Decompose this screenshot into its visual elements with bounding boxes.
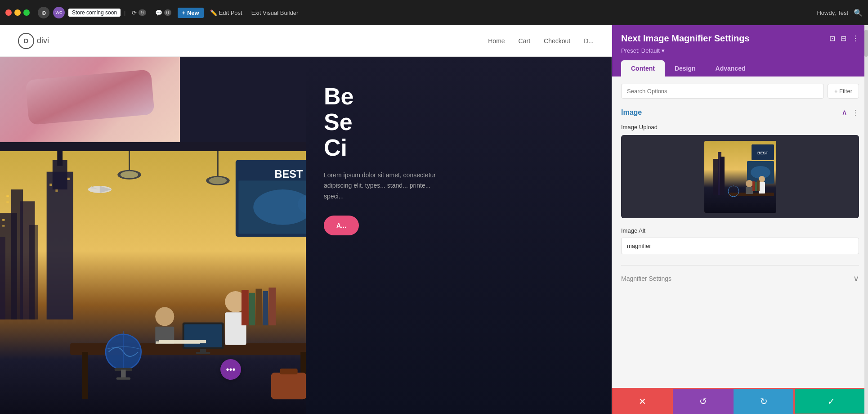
- heading-line3: Ci: [324, 135, 347, 161]
- image-upload-label: Image Upload: [621, 124, 859, 130]
- howdy-label: Howdy, Test: [817, 9, 848, 16]
- main-area: D divi Home Cart Checkout D...: [0, 25, 868, 414]
- section-more-icon[interactable]: ⋮: [852, 108, 859, 117]
- redo-icon: ↻: [760, 396, 768, 407]
- svg-rect-51: [280, 369, 297, 374]
- exit-builder-item[interactable]: Exit Visual Builder: [249, 8, 301, 18]
- svg-text:BEST: BEST: [757, 151, 768, 155]
- nav-more[interactable]: D...: [584, 37, 594, 45]
- nav-checkout[interactable]: Checkout: [544, 37, 570, 45]
- nav-cart[interactable]: Cart: [519, 37, 530, 45]
- window-maximize-button[interactable]: [23, 9, 30, 16]
- svg-rect-77: [752, 181, 755, 191]
- svg-rect-49: [268, 288, 276, 325]
- svg-rect-50: [271, 373, 306, 399]
- image-alt-input[interactable]: [621, 238, 859, 254]
- magnifier-chevron-icon: ∨: [853, 274, 859, 284]
- window-close-button[interactable]: [5, 9, 12, 16]
- woocommerce-logo[interactable]: WC: [53, 7, 65, 18]
- split-icon[interactable]: ⊟: [841, 34, 846, 43]
- svg-point-73: [746, 180, 753, 187]
- site-content: BEST: [0, 57, 612, 414]
- preset-selector[interactable]: Preset: Default ▾: [621, 47, 859, 54]
- svg-rect-15: [67, 178, 70, 180]
- svg-rect-46: [249, 293, 255, 325]
- cta-button[interactable]: A...: [324, 216, 359, 235]
- section-controls: ∧ ⋮: [841, 108, 859, 117]
- comments-item[interactable]: 💬 0: [152, 8, 174, 18]
- store-status-label[interactable]: Store coming soon: [68, 9, 121, 17]
- top-image: [0, 57, 306, 142]
- divi-logo-circle: D: [18, 33, 34, 49]
- svg-rect-10: [2, 225, 4, 227]
- panel-body: + Filter Image ∧ ⋮ Image Upload: [612, 76, 868, 388]
- fab-button[interactable]: •••: [220, 359, 241, 380]
- image-upload-area[interactable]: BEST: [621, 135, 859, 218]
- thumb-image: BEST: [704, 141, 776, 213]
- refresh-icon: ⟳: [132, 9, 137, 16]
- text-panel: Be Se Ci Lorem ipsum dolor sit amet, con…: [306, 57, 612, 414]
- edit-icon: ✏️: [210, 9, 217, 16]
- fab-icon: •••: [226, 364, 235, 375]
- preset-label: Preset: Default: [621, 47, 660, 54]
- thumb-svg: BEST: [704, 141, 776, 213]
- pink-image-left: [0, 57, 180, 142]
- heading-line2: Se: [324, 109, 353, 135]
- cancel-icon: ✕: [639, 396, 646, 407]
- svg-point-25: [209, 177, 227, 184]
- svg-point-22: [121, 171, 138, 178]
- upload-thumbnail: BEST: [704, 141, 776, 213]
- magnifier-section-header[interactable]: Magnifier Settings ∨: [621, 274, 859, 284]
- search-icon[interactable]: 🔍: [854, 9, 863, 17]
- heading-text: Be Se Ci: [324, 84, 594, 161]
- svg-point-37: [155, 307, 174, 326]
- refresh-item[interactable]: ⟳ 9: [129, 8, 148, 18]
- svg-rect-47: [255, 289, 262, 325]
- undo-button[interactable]: ↺: [673, 389, 734, 414]
- svg-rect-6: [47, 172, 73, 320]
- magnifier-section-title: Magnifier Settings: [621, 275, 671, 282]
- edit-post-item[interactable]: ✏️ Edit Post: [207, 8, 245, 18]
- svg-rect-61: [0, 142, 306, 151]
- minimize-icon[interactable]: ⊡: [829, 34, 835, 43]
- office-image: BEST: [0, 142, 306, 414]
- refresh-count: 9: [139, 9, 146, 16]
- image-panel: BEST: [0, 57, 306, 414]
- cancel-button[interactable]: ✕: [612, 389, 673, 414]
- search-options-wrap: [621, 84, 824, 99]
- more-icon[interactable]: ⋮: [852, 34, 859, 43]
- tab-design[interactable]: Design: [665, 60, 706, 76]
- wordpress-logo[interactable]: ⊕: [38, 7, 49, 18]
- nav-home[interactable]: Home: [488, 37, 505, 45]
- panel-footer: ✕ ↺ ↻ ✓: [612, 388, 868, 414]
- search-filter-row: + Filter: [621, 84, 859, 99]
- site-navigation: D divi Home Cart Checkout D...: [0, 25, 612, 57]
- admin-bar: ⊕ WC Store coming soon | ⟳ 9 💬 0 + New ✏…: [0, 0, 868, 25]
- filter-button[interactable]: + Filter: [828, 84, 859, 99]
- settings-panel: Next Image Magnifier Settings ⊡ ⊟ ⋮ Pres…: [612, 25, 868, 414]
- svg-rect-44: [116, 378, 131, 380]
- svg-rect-14: [55, 189, 58, 192]
- comments-icon: 💬: [155, 9, 162, 16]
- separator-1: |: [124, 9, 125, 16]
- window-minimize-button[interactable]: [14, 9, 21, 16]
- save-button[interactable]: ✓: [793, 388, 868, 414]
- svg-rect-79: [757, 180, 760, 191]
- heading-line1: Be: [324, 83, 353, 109]
- section-collapse-icon[interactable]: ∧: [841, 108, 847, 117]
- panel-header: Next Image Magnifier Settings ⊡ ⊟ ⋮ Pres…: [612, 25, 868, 76]
- svg-rect-5: [0, 237, 5, 320]
- woo-icon: WC: [56, 10, 63, 15]
- search-options-input[interactable]: [627, 88, 818, 94]
- scrollbar-thumb[interactable]: [864, 30, 868, 57]
- magnifier-section: Magnifier Settings ∨: [621, 265, 859, 284]
- tab-content[interactable]: Content: [621, 60, 665, 76]
- image-section-title: Image: [621, 108, 642, 117]
- image-section-header: Image ∧ ⋮: [621, 108, 859, 117]
- scrollbar-track: [864, 25, 868, 414]
- new-button[interactable]: + New: [178, 8, 204, 18]
- panel-header-icons: ⊡ ⊟ ⋮: [829, 34, 859, 43]
- redo-button[interactable]: ↻: [734, 389, 794, 414]
- tab-advanced[interactable]: Advanced: [706, 60, 756, 76]
- svg-rect-11: [6, 195, 9, 197]
